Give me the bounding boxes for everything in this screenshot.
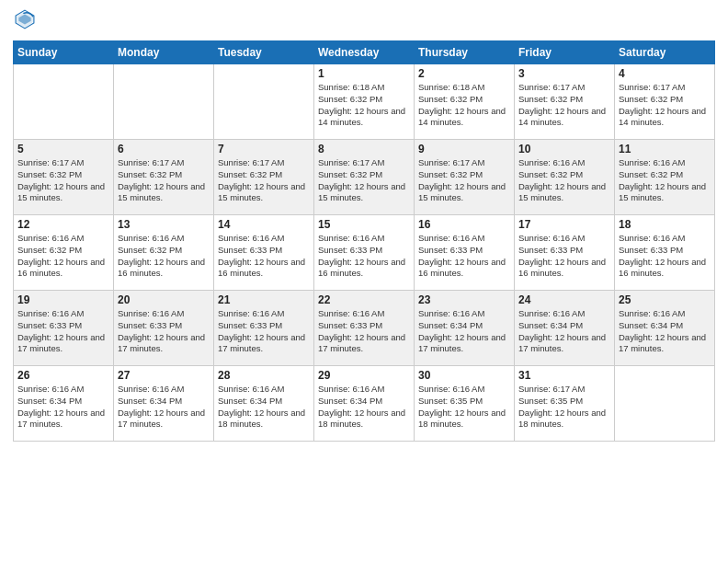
calendar-day-cell: 5Sunrise: 6:17 AM Sunset: 6:32 PM Daylig… xyxy=(14,140,114,215)
day-number: 2 xyxy=(418,67,510,80)
day-number: 26 xyxy=(17,369,109,382)
day-number: 7 xyxy=(218,143,310,155)
day-number: 10 xyxy=(518,143,610,155)
day-info: Sunrise: 6:17 AM Sunset: 6:32 PM Dayligh… xyxy=(318,157,410,204)
day-info: Sunrise: 6:16 AM Sunset: 6:33 PM Dayligh… xyxy=(218,308,310,355)
weekday-header: Sunday xyxy=(14,41,114,64)
day-info: Sunrise: 6:16 AM Sunset: 6:32 PM Dayligh… xyxy=(518,157,610,204)
weekday-row: SundayMondayTuesdayWednesdayThursdayFrid… xyxy=(14,41,715,64)
calendar-day-cell: 22Sunrise: 6:16 AM Sunset: 6:33 PM Dayli… xyxy=(314,291,415,366)
day-info: Sunrise: 6:17 AM Sunset: 6:32 PM Dayligh… xyxy=(218,157,310,204)
calendar-week-row: 5Sunrise: 6:17 AM Sunset: 6:32 PM Daylig… xyxy=(14,140,715,215)
day-info: Sunrise: 6:16 AM Sunset: 6:33 PM Dayligh… xyxy=(118,308,210,355)
calendar-day-cell: 26Sunrise: 6:16 AM Sunset: 6:34 PM Dayli… xyxy=(14,366,114,442)
day-number: 28 xyxy=(218,369,310,382)
calendar-day-cell: 1Sunrise: 6:18 AM Sunset: 6:32 PM Daylig… xyxy=(314,64,415,140)
day-info: Sunrise: 6:16 AM Sunset: 6:34 PM Dayligh… xyxy=(17,384,109,431)
day-number: 13 xyxy=(118,218,210,231)
weekday-header: Wednesday xyxy=(314,41,415,64)
calendar-day-cell: 28Sunrise: 6:16 AM Sunset: 6:34 PM Dayli… xyxy=(214,366,314,442)
calendar-day-cell: 11Sunrise: 6:16 AM Sunset: 6:32 PM Dayli… xyxy=(615,140,715,215)
logo xyxy=(13,9,39,33)
day-info: Sunrise: 6:16 AM Sunset: 6:35 PM Dayligh… xyxy=(418,384,510,431)
calendar-week-row: 1Sunrise: 6:18 AM Sunset: 6:32 PM Daylig… xyxy=(14,64,715,140)
day-number: 8 xyxy=(318,143,410,155)
calendar-day-cell: 19Sunrise: 6:16 AM Sunset: 6:33 PM Dayli… xyxy=(14,291,114,366)
calendar-day-cell: 18Sunrise: 6:16 AM Sunset: 6:33 PM Dayli… xyxy=(615,215,715,291)
day-info: Sunrise: 6:17 AM Sunset: 6:32 PM Dayligh… xyxy=(518,82,610,129)
calendar-day-cell: 8Sunrise: 6:17 AM Sunset: 6:32 PM Daylig… xyxy=(314,140,415,215)
day-info: Sunrise: 6:17 AM Sunset: 6:32 PM Dayligh… xyxy=(17,157,109,204)
calendar-day-cell: 7Sunrise: 6:17 AM Sunset: 6:32 PM Daylig… xyxy=(214,140,314,215)
calendar-day-cell: 31Sunrise: 6:17 AM Sunset: 6:35 PM Dayli… xyxy=(515,366,615,442)
calendar-week-row: 26Sunrise: 6:16 AM Sunset: 6:34 PM Dayli… xyxy=(14,366,715,442)
calendar-day-cell: 13Sunrise: 6:16 AM Sunset: 6:32 PM Dayli… xyxy=(114,215,214,291)
calendar-day-cell: 29Sunrise: 6:16 AM Sunset: 6:34 PM Dayli… xyxy=(314,366,415,442)
day-number: 29 xyxy=(318,369,410,382)
day-number: 25 xyxy=(619,293,711,306)
day-info: Sunrise: 6:17 AM Sunset: 6:32 PM Dayligh… xyxy=(118,157,210,204)
day-info: Sunrise: 6:16 AM Sunset: 6:33 PM Dayligh… xyxy=(17,308,109,355)
calendar-table: SundayMondayTuesdayWednesdayThursdayFrid… xyxy=(13,40,715,442)
header xyxy=(13,9,715,33)
calendar-day-cell xyxy=(615,366,715,442)
calendar-day-cell: 14Sunrise: 6:16 AM Sunset: 6:33 PM Dayli… xyxy=(214,215,314,291)
day-number: 22 xyxy=(318,293,410,306)
calendar-day-cell: 3Sunrise: 6:17 AM Sunset: 6:32 PM Daylig… xyxy=(515,64,615,140)
calendar-day-cell: 17Sunrise: 6:16 AM Sunset: 6:33 PM Dayli… xyxy=(515,215,615,291)
calendar-week-row: 19Sunrise: 6:16 AM Sunset: 6:33 PM Dayli… xyxy=(14,291,715,366)
calendar-day-cell: 10Sunrise: 6:16 AM Sunset: 6:32 PM Dayli… xyxy=(515,140,615,215)
day-info: Sunrise: 6:16 AM Sunset: 6:33 PM Dayligh… xyxy=(318,233,410,280)
page: SundayMondayTuesdayWednesdayThursdayFrid… xyxy=(0,0,728,563)
weekday-header: Saturday xyxy=(615,41,715,64)
calendar-body: 1Sunrise: 6:18 AM Sunset: 6:32 PM Daylig… xyxy=(14,64,715,442)
weekday-header: Monday xyxy=(114,41,214,64)
day-number: 14 xyxy=(218,218,310,231)
day-number: 12 xyxy=(17,218,109,231)
calendar-day-cell: 12Sunrise: 6:16 AM Sunset: 6:32 PM Dayli… xyxy=(14,215,114,291)
calendar-day-cell: 16Sunrise: 6:16 AM Sunset: 6:33 PM Dayli… xyxy=(415,215,515,291)
day-number: 5 xyxy=(17,143,109,155)
day-number: 23 xyxy=(418,293,510,306)
calendar-day-cell: 23Sunrise: 6:16 AM Sunset: 6:34 PM Dayli… xyxy=(415,291,515,366)
day-info: Sunrise: 6:16 AM Sunset: 6:33 PM Dayligh… xyxy=(619,233,711,280)
day-info: Sunrise: 6:16 AM Sunset: 6:33 PM Dayligh… xyxy=(518,233,610,280)
calendar-day-cell: 6Sunrise: 6:17 AM Sunset: 6:32 PM Daylig… xyxy=(114,140,214,215)
day-info: Sunrise: 6:17 AM Sunset: 6:32 PM Dayligh… xyxy=(619,82,711,129)
calendar-day-cell: 9Sunrise: 6:17 AM Sunset: 6:32 PM Daylig… xyxy=(415,140,515,215)
calendar-week-row: 12Sunrise: 6:16 AM Sunset: 6:32 PM Dayli… xyxy=(14,215,715,291)
day-number: 16 xyxy=(418,218,510,231)
calendar-day-cell: 27Sunrise: 6:16 AM Sunset: 6:34 PM Dayli… xyxy=(114,366,214,442)
day-info: Sunrise: 6:17 AM Sunset: 6:35 PM Dayligh… xyxy=(518,384,610,431)
logo-icon xyxy=(15,9,35,29)
day-info: Sunrise: 6:16 AM Sunset: 6:33 PM Dayligh… xyxy=(418,233,510,280)
day-info: Sunrise: 6:16 AM Sunset: 6:34 PM Dayligh… xyxy=(518,308,610,355)
day-number: 27 xyxy=(118,369,210,382)
day-info: Sunrise: 6:16 AM Sunset: 6:34 PM Dayligh… xyxy=(619,308,711,355)
day-number: 11 xyxy=(619,143,711,155)
day-number: 17 xyxy=(518,218,610,231)
day-number: 3 xyxy=(518,67,610,80)
day-number: 15 xyxy=(318,218,410,231)
day-number: 6 xyxy=(118,143,210,155)
calendar-day-cell: 30Sunrise: 6:16 AM Sunset: 6:35 PM Dayli… xyxy=(415,366,515,442)
day-number: 31 xyxy=(518,369,610,382)
day-info: Sunrise: 6:16 AM Sunset: 6:34 PM Dayligh… xyxy=(218,384,310,431)
day-number: 24 xyxy=(518,293,610,306)
day-info: Sunrise: 6:16 AM Sunset: 6:34 PM Dayligh… xyxy=(418,308,510,355)
calendar-day-cell xyxy=(214,64,314,140)
day-info: Sunrise: 6:16 AM Sunset: 6:34 PM Dayligh… xyxy=(118,384,210,431)
day-info: Sunrise: 6:16 AM Sunset: 6:32 PM Dayligh… xyxy=(17,233,109,280)
day-number: 20 xyxy=(118,293,210,306)
day-number: 4 xyxy=(619,67,711,80)
day-info: Sunrise: 6:16 AM Sunset: 6:34 PM Dayligh… xyxy=(318,384,410,431)
day-info: Sunrise: 6:16 AM Sunset: 6:33 PM Dayligh… xyxy=(318,308,410,355)
day-number: 19 xyxy=(17,293,109,306)
day-info: Sunrise: 6:18 AM Sunset: 6:32 PM Dayligh… xyxy=(418,82,510,129)
calendar-header: SundayMondayTuesdayWednesdayThursdayFrid… xyxy=(14,41,715,64)
calendar-day-cell: 4Sunrise: 6:17 AM Sunset: 6:32 PM Daylig… xyxy=(615,64,715,140)
calendar-day-cell xyxy=(114,64,214,140)
calendar-day-cell xyxy=(14,64,114,140)
day-info: Sunrise: 6:17 AM Sunset: 6:32 PM Dayligh… xyxy=(418,157,510,204)
calendar-day-cell: 24Sunrise: 6:16 AM Sunset: 6:34 PM Dayli… xyxy=(515,291,615,366)
